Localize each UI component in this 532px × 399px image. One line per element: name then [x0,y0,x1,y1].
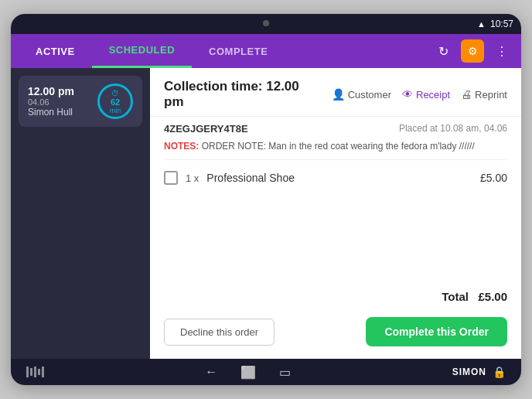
order-time-info: 12.00 pm 04.06 Simon Hull [28,85,91,118]
order-notes: NOTES: ORDER NOTE: Man in the red coat w… [150,138,521,159]
item-qty: 1 x [186,172,199,184]
detail-header: Collection time: 12.00 pm 👤 Customer 👁 R… [150,68,521,117]
detail-panel: Collection time: 12.00 pm 👤 Customer 👁 R… [150,68,521,359]
order-card[interactable]: 12.00 pm 04.06 Simon Hull ⏱ 62 min [19,76,142,127]
tab-active[interactable]: ACTIVE [19,34,92,68]
more-button[interactable]: ⋮ [490,39,513,63]
tab-scheduled[interactable]: SCHEDULED [92,34,192,68]
home-button[interactable]: ⬜ [240,365,256,380]
action-row: Decline this order Complete this Order [150,309,521,359]
reprint-button[interactable]: 🖨 Reprint [461,88,507,101]
receipt-button[interactable]: 👁 Receipt [402,88,450,101]
lock-icon: 🔒 [493,366,506,378]
back-button[interactable]: ← [205,365,217,379]
customer-button[interactable]: 👤 Customer [332,88,391,101]
item-checkbox[interactable] [164,171,178,185]
customer-label: Customer [348,89,391,101]
settings-button[interactable]: ⚙ [461,39,484,63]
reprint-label: Reprint [475,89,507,101]
bottom-right: SIMON 🔒 [452,366,506,378]
reprint-icon: 🖨 [461,88,472,101]
order-ref-row: 4ZEGJGERY4T8E Placed at 10.08 am, 04.06 [150,117,521,138]
timer-circle: ⏱ 62 min [97,84,133,119]
placed-at: Placed at 10.08 am, 04.06 [399,123,507,134]
table-row: 1 x Professional Shoe £5.00 [164,171,507,185]
header-actions: 👤 Customer 👁 Receipt 🖨 Reprint [332,88,507,101]
order-total: Total £5.00 [150,290,521,309]
receipt-label: Receipt [416,89,450,101]
receipt-icon: 👁 [402,88,413,101]
collection-time-label: Collection time: 12.00 pm [164,79,322,110]
decline-button[interactable]: Decline this order [164,319,275,346]
total-label: Total [442,290,469,303]
order-items: 1 x Professional Shoe £5.00 [150,160,521,290]
customer-icon: 👤 [332,88,345,101]
total-value: £5.00 [478,290,507,303]
wifi-icon: ▲ [477,19,486,29]
item-price: £5.00 [480,172,507,184]
clock: 10:57 [490,19,513,29]
timer-value: 62 [111,97,120,107]
notes-label: NOTES: [164,141,199,152]
nav-bar: ACTIVE SCHEDULED COMPLETE ↻ ⚙ ⋮ [11,34,521,68]
recent-button[interactable]: ▭ [279,365,291,380]
timer-unit: min [110,107,121,114]
notes-text: ORDER NOTE: Man in the red coat wearing … [202,141,475,152]
bottom-nav-icons: ← ⬜ ▭ [205,365,291,380]
nav-icons: ↻ ⚙ ⋮ [431,39,513,63]
barcode-left [26,367,44,377]
order-customer: Simon Hull [28,107,91,118]
refresh-button[interactable]: ↻ [431,39,455,63]
timer-icon: ⏱ [111,89,119,97]
bottom-user: SIMON [452,367,486,377]
order-time: 12.00 pm [28,85,91,97]
order-date: 04.06 [28,97,91,107]
complete-button[interactable]: Complete this Order [366,317,507,346]
main-content: 12.00 pm 04.06 Simon Hull ⏱ 62 min Colle… [11,68,521,359]
tab-complete[interactable]: COMPLETE [192,34,285,68]
order-ref: 4ZEGJGERY4T8E [164,123,248,135]
item-name: Professional Shoe [206,172,472,184]
bottom-bar: ← ⬜ ▭ SIMON 🔒 [11,359,521,385]
camera-dot [263,20,269,26]
sidebar: 12.00 pm 04.06 Simon Hull ⏱ 62 min [11,68,150,359]
